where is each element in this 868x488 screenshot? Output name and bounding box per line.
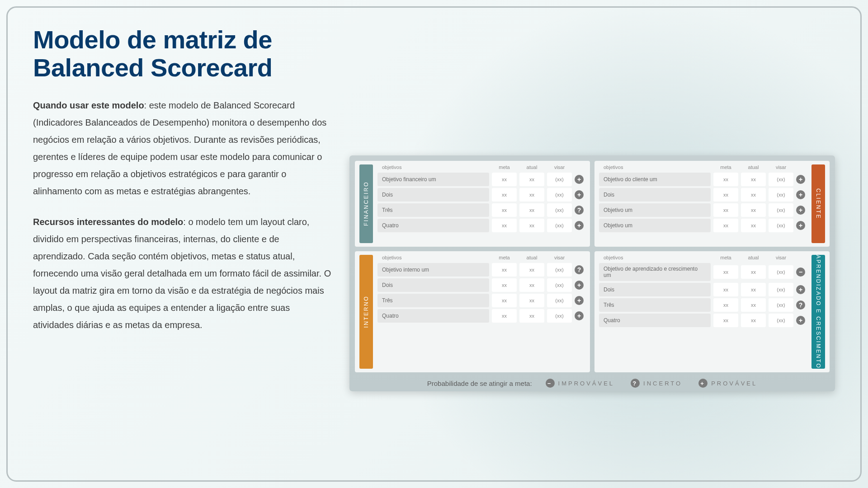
value-visar: (xx) xyxy=(547,294,572,307)
value-meta: xx xyxy=(713,219,738,232)
plus-icon: + xyxy=(575,311,584,320)
objective-row: Doisxxxx(xx)+ xyxy=(599,283,807,296)
value-atual: xx xyxy=(519,203,544,217)
plus-icon: + xyxy=(575,175,584,184)
value-atual: xx xyxy=(519,173,544,186)
minus-icon: − xyxy=(546,379,555,388)
header-meta: meta xyxy=(492,164,517,171)
column-headers: objetivosmetaatualvisar xyxy=(377,255,585,261)
value-atual: xx xyxy=(741,203,766,217)
slide-frame: Modelo de matriz de Balanced Scorecard Q… xyxy=(6,6,862,482)
value-meta: xx xyxy=(713,265,738,279)
quadrant-rows: objetivosmetaatualvisarObjetivo de apren… xyxy=(599,255,807,369)
objective-row: Trêsxxxx(xx)+ xyxy=(377,294,585,307)
value-atual: xx xyxy=(519,278,544,292)
paragraph-features: Recursos interessantes do modelo: o mode… xyxy=(33,213,331,333)
plus-icon: + xyxy=(796,190,805,199)
value-atual: xx xyxy=(519,219,544,232)
value-meta: xx xyxy=(713,298,738,312)
objective-row: Trêsxxxx(xx)? xyxy=(599,298,807,312)
objective-row: Doisxxxx(xx)+ xyxy=(377,278,585,292)
quadrant-tab-label: INTERNO xyxy=(363,296,369,328)
value-visar: (xx) xyxy=(769,298,793,312)
value-atual: xx xyxy=(741,298,766,312)
para2-lead: Recursos interessantes do modelo xyxy=(33,217,183,227)
header-meta: meta xyxy=(492,255,517,261)
quadrant-financeiro: FINANCEIROobjetivosmetaatualvisarObjetiv… xyxy=(355,161,590,247)
para2-body: : o modelo tem um layout claro, dividido… xyxy=(33,217,331,330)
header-meta: meta xyxy=(713,255,738,261)
quadrant-aprendizado: objetivosmetaatualvisarObjetivo de apren… xyxy=(594,251,830,372)
value-meta: xx xyxy=(492,203,517,217)
plus-icon: + xyxy=(796,221,805,230)
value-meta: xx xyxy=(492,294,517,307)
value-visar: (xx) xyxy=(547,173,572,186)
objective-row: Quatroxxxx(xx)+ xyxy=(599,314,807,327)
header-visar: visar xyxy=(547,255,572,261)
question-icon: ? xyxy=(631,379,640,388)
legend: Probabilidade de se atingir a meta: −IMP… xyxy=(355,372,830,388)
value-atual: xx xyxy=(741,283,766,296)
quadrant-rows: objetivosmetaatualvisarObjetivo do clien… xyxy=(599,164,807,243)
objective-cell: Dois xyxy=(599,283,711,296)
para1-body: : este modelo de Balanced Scorecard (Ind… xyxy=(33,100,326,196)
column-headers: objetivosmetaatualvisar xyxy=(599,164,807,171)
page-title: Modelo de matriz de Balanced Scorecard xyxy=(33,26,331,81)
value-atual: xx xyxy=(519,294,544,307)
value-atual: xx xyxy=(741,173,766,186)
value-visar: (xx) xyxy=(547,203,572,217)
plus-icon: + xyxy=(796,175,805,184)
objective-cell: Objetivo financeiro um xyxy=(377,173,489,186)
quadrant-tab-interno: INTERNO xyxy=(359,255,373,369)
objective-cell: Quatro xyxy=(599,314,711,327)
plus-icon: + xyxy=(796,285,805,294)
value-visar: (xx) xyxy=(547,219,572,232)
value-atual: xx xyxy=(741,265,766,279)
header-visar: visar xyxy=(547,164,572,171)
value-meta: xx xyxy=(492,219,517,232)
objective-row: Quatroxxxx(xx)+ xyxy=(377,219,585,232)
objective-cell: Três xyxy=(599,298,711,312)
objective-cell: Objetivo do cliente um xyxy=(599,173,711,186)
objective-row: Objetivo umxxxx(xx)+ xyxy=(599,219,807,232)
objective-row: Objetivo umxxxx(xx)+ xyxy=(599,203,807,217)
value-visar: (xx) xyxy=(547,278,572,292)
objective-row: Objetivo interno umxxxx(xx)? xyxy=(377,263,585,277)
legend-item-question: ?INCERTO xyxy=(631,379,682,388)
legend-text: IMPROVÁVEL xyxy=(558,380,615,387)
value-visar: (xx) xyxy=(547,263,572,277)
value-visar: (xx) xyxy=(547,309,572,323)
plus-icon: + xyxy=(575,281,584,290)
quadrant-rows: objetivosmetaatualvisarObjetivo interno … xyxy=(377,255,585,369)
objective-cell: Quatro xyxy=(377,219,489,232)
header-obj: objetivos xyxy=(599,164,711,171)
plus-icon: + xyxy=(796,316,805,325)
objective-cell: Objetivo de aprendizado e crescimento um xyxy=(599,263,711,281)
question-icon: ? xyxy=(796,300,805,310)
value-visar: (xx) xyxy=(769,283,793,296)
plus-icon: + xyxy=(575,296,584,305)
value-atual: xx xyxy=(519,188,544,202)
header-obj: objetivos xyxy=(377,255,489,261)
objective-cell: Dois xyxy=(377,188,489,202)
quadrant-tab-label: APRENDIZADO E CRESCIMENTO xyxy=(815,255,821,369)
question-icon: ? xyxy=(575,206,584,215)
question-icon: ? xyxy=(575,265,584,274)
value-meta: xx xyxy=(492,173,517,186)
legend-text: INCERTO xyxy=(643,380,682,387)
column-headers: objetivosmetaatualvisar xyxy=(377,164,585,171)
objective-row: Objetivo financeiro umxxxx(xx)+ xyxy=(377,173,585,186)
quadrant-tab-label: CLIENTE xyxy=(815,188,821,219)
header-atual: atual xyxy=(519,164,544,171)
header-meta: meta xyxy=(713,164,738,171)
header-atual: atual xyxy=(519,255,544,261)
objective-row: Objetivo do cliente umxxxx(xx)+ xyxy=(599,173,807,186)
legend-items: −IMPROVÁVEL?INCERTO+PROVÁVEL xyxy=(546,379,758,388)
value-atual: xx xyxy=(741,219,766,232)
objective-cell: Três xyxy=(377,294,489,307)
value-atual: xx xyxy=(519,309,544,323)
value-meta: xx xyxy=(713,173,738,186)
header-visar: visar xyxy=(769,164,793,171)
value-meta: xx xyxy=(492,278,517,292)
value-meta: xx xyxy=(713,314,738,327)
